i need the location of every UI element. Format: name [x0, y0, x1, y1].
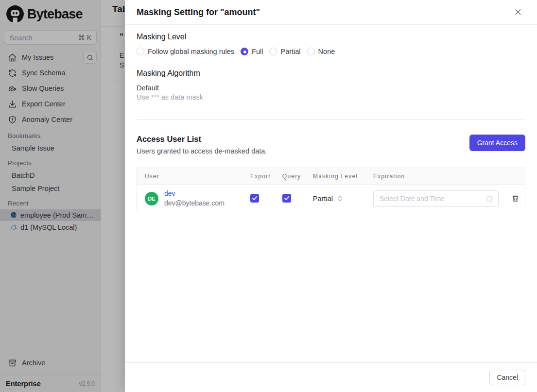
masking-level-radio-group: Follow global masking rules Full Partial… [137, 48, 525, 55]
user-cell: DE dev dev@bytebase.com [145, 189, 239, 208]
column-header-expiration: Expiration [365, 168, 502, 185]
query-checkbox-checked[interactable] [282, 194, 291, 203]
masking-level-heading: Masking Level [137, 33, 525, 41]
radio-none[interactable]: None [307, 48, 335, 55]
modal-body: Masking Level Follow global masking rule… [125, 25, 537, 362]
radio-icon[interactable] [269, 48, 277, 55]
section-divider [137, 119, 525, 120]
radio-label: Full [252, 48, 263, 55]
modal-header: Masking Setting for "amount" [125, 0, 537, 25]
modal-title: Masking Setting for "amount" [137, 7, 260, 17]
radio-icon-checked[interactable] [241, 48, 248, 55]
avatar: DE [145, 192, 158, 205]
grant-access-button[interactable]: Grant Access [469, 135, 525, 151]
masking-algorithm-heading: Masking Algorithm [137, 69, 525, 78]
column-header-export: Export [243, 168, 275, 185]
date-placeholder: Select Date and Time [380, 195, 445, 203]
table-header-row: User Export Query Masking Level Expirati… [137, 168, 525, 185]
access-user-list-heading: Access User List [137, 135, 267, 144]
calendar-icon [485, 195, 493, 203]
column-header-actions [502, 168, 525, 185]
user-name-link[interactable]: dev [164, 189, 225, 199]
radio-label: Follow global masking rules [148, 48, 234, 55]
user-email: dev@bytebase.com [164, 199, 225, 208]
export-checkbox-checked[interactable] [250, 194, 259, 203]
masking-algorithm-name: Default [137, 84, 525, 92]
masking-algorithm-description: Use *** as data mask [137, 93, 525, 101]
radio-icon[interactable] [137, 48, 144, 55]
table-row: DE dev dev@bytebase.com [137, 185, 525, 212]
radio-label: Partial [280, 48, 300, 55]
expiration-date-input[interactable]: Select Date and Time [373, 190, 499, 207]
access-user-list-header: Access User List Users granted to access… [137, 135, 525, 155]
column-header-user: User [137, 168, 243, 185]
access-user-table: User Export Query Masking Level Expirati… [137, 168, 525, 212]
radio-full[interactable]: Full [241, 48, 263, 55]
radio-follow-global-rules[interactable]: Follow global masking rules [137, 48, 234, 55]
masking-setting-modal: Masking Setting for "amount" Masking Lev… [125, 0, 537, 392]
column-header-query: Query [275, 168, 305, 185]
chevron-up-down-icon [337, 195, 343, 202]
radio-partial[interactable]: Partial [269, 48, 300, 55]
modal-footer: Cancel [125, 362, 537, 392]
radio-icon[interactable] [307, 48, 315, 55]
access-user-list-subtitle: Users granted to access de-masked data. [137, 147, 267, 155]
column-header-masking-level: Masking Level [305, 168, 365, 185]
trash-icon [511, 194, 520, 203]
cancel-button[interactable]: Cancel [489, 370, 525, 385]
masking-level-value: Partial [313, 195, 333, 203]
masking-level-select[interactable]: Partial [313, 195, 362, 203]
delete-user-button[interactable] [510, 193, 520, 204]
radio-label: None [318, 48, 335, 55]
close-icon[interactable] [513, 7, 523, 17]
